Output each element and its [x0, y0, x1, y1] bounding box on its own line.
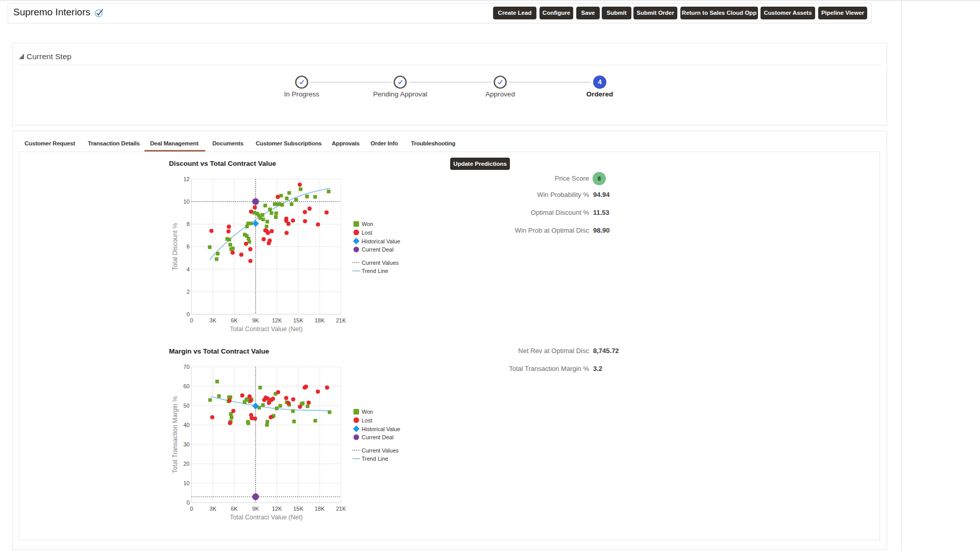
svg-text:18K: 18K	[314, 317, 325, 323]
svg-text:Total Contract Value (Net): Total Contract Value (Net)	[230, 325, 303, 333]
svg-text:Current Values: Current Values	[362, 260, 399, 266]
svg-text:Current Values: Current Values	[362, 447, 399, 454]
svg-text:Trend Line: Trend Line	[362, 268, 388, 274]
svg-text:15K: 15K	[293, 317, 304, 323]
svg-text:9K: 9K	[252, 317, 259, 323]
svg-text:Current Deal: Current Deal	[362, 246, 394, 253]
svg-text:4: 4	[186, 266, 189, 272]
svg-text:Lost: Lost	[362, 230, 373, 236]
svg-text:Current Deal: Current Deal	[362, 434, 394, 440]
svg-text:2: 2	[186, 289, 189, 295]
svg-text:Discount vs Total Contract Val: Discount vs Total Contract Value	[169, 160, 276, 167]
svg-text:Lost: Lost	[362, 417, 373, 423]
svg-text:Total Contract Value (Net): Total Contract Value (Net)	[230, 514, 303, 521]
svg-text:40: 40	[183, 422, 189, 428]
svg-text:6K: 6K	[231, 317, 238, 323]
svg-text:21K: 21K	[336, 317, 346, 323]
svg-text:70: 70	[183, 364, 189, 370]
svg-text:0: 0	[190, 506, 193, 512]
svg-text:0: 0	[190, 317, 193, 323]
svg-text:20: 20	[183, 461, 189, 467]
svg-text:30: 30	[183, 441, 189, 447]
svg-text:Total Discount %: Total Discount %	[172, 223, 179, 270]
svg-text:12K: 12K	[272, 317, 282, 323]
svg-text:12K: 12K	[272, 506, 282, 512]
svg-text:10: 10	[183, 480, 189, 486]
svg-text:6K: 6K	[231, 506, 238, 512]
svg-text:Trend Line: Trend Line	[362, 456, 388, 462]
svg-text:6: 6	[186, 243, 189, 249]
svg-text:10: 10	[183, 198, 189, 205]
svg-text:18K: 18K	[314, 506, 325, 512]
svg-text:12: 12	[183, 176, 189, 182]
svg-text:3K: 3K	[209, 506, 216, 512]
svg-text:Historical Value: Historical Value	[362, 238, 401, 244]
svg-text:21K: 21K	[336, 506, 346, 512]
svg-text:9K: 9K	[252, 506, 259, 512]
svg-text:Won: Won	[362, 221, 373, 227]
svg-text:Total Transaction Margin %: Total Transaction Margin %	[172, 396, 179, 473]
svg-text:15K: 15K	[293, 506, 304, 512]
svg-text:3K: 3K	[209, 317, 216, 323]
svg-text:50: 50	[183, 403, 189, 409]
svg-text:0: 0	[186, 311, 189, 317]
svg-text:60: 60	[183, 383, 189, 389]
svg-text:Historical Value: Historical Value	[362, 426, 401, 432]
svg-text:Margin vs Total Contract Value: Margin vs Total Contract Value	[169, 347, 270, 355]
svg-text:Won: Won	[362, 409, 373, 415]
svg-text:8: 8	[186, 221, 189, 227]
svg-text:0: 0	[186, 499, 189, 506]
